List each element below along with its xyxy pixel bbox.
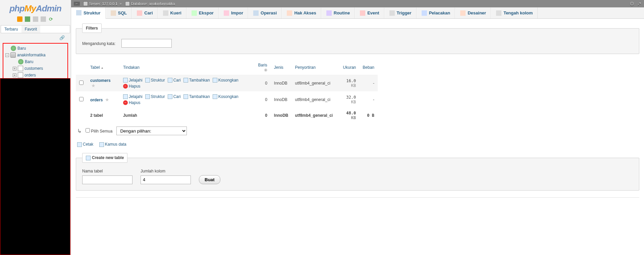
- tab-privileges[interactable]: Hak Akses: [282, 7, 321, 18]
- col-table[interactable]: Tabel: [87, 60, 120, 75]
- tab-favorite[interactable]: Favorit: [21, 26, 41, 33]
- tab-query[interactable]: Kueri: [158, 7, 186, 18]
- create-submit-button[interactable]: Buat: [199, 175, 220, 184]
- tab-sql[interactable]: SQL: [106, 7, 132, 18]
- recent-tabs: Terbaru Favorit: [1, 25, 70, 33]
- insert-link[interactable]: Tambahkan: [183, 78, 210, 83]
- cell-collation: utf8mb4_general_ci: [291, 92, 336, 108]
- browse-link[interactable]: Jelajahi: [123, 78, 143, 83]
- filters-title: Filters: [82, 23, 102, 33]
- select-all-checkbox[interactable]: [86, 128, 90, 133]
- tab-search[interactable]: Cari: [132, 7, 158, 18]
- home-icon[interactable]: [17, 16, 22, 22]
- operations-icon: [253, 10, 259, 16]
- tree-table-orders[interactable]: +orders: [4, 72, 67, 79]
- settings-gear-icon[interactable]: ⚙: [630, 1, 634, 7]
- table-name-link[interactable]: customers: [90, 78, 111, 83]
- collapse-icon[interactable]: −: [5, 53, 9, 57]
- tree-db-anakinformatika[interactable]: −anakinformatika: [4, 52, 67, 58]
- search-link[interactable]: Cari: [168, 78, 181, 83]
- page-exit-icon[interactable]: ↗: [637, 1, 641, 7]
- back-button[interactable]: ←: [74, 2, 80, 6]
- tab-export[interactable]: Ekspor: [186, 7, 219, 18]
- help-icon[interactable]: ◉: [264, 67, 267, 72]
- cell-size: 32.0 KB: [336, 92, 359, 108]
- expand-icon[interactable]: +: [13, 73, 16, 77]
- tree-new-db[interactable]: Baru: [4, 45, 67, 52]
- browse-link[interactable]: Jelajahi: [123, 94, 143, 99]
- tab-recent[interactable]: Terbaru: [1, 26, 21, 33]
- data-dictionary-link[interactable]: Kamus data: [99, 142, 126, 147]
- cell-type: InnoDB: [271, 75, 292, 92]
- tab-import[interactable]: Impor: [219, 7, 248, 18]
- print-link[interactable]: Cetak: [77, 142, 93, 147]
- tab-tracking[interactable]: Pelacakan: [417, 7, 455, 18]
- tab-operations[interactable]: Operasi: [248, 7, 282, 18]
- drop-link[interactable]: −Hapus: [123, 84, 141, 89]
- table-name-link[interactable]: orders: [90, 98, 103, 102]
- expand-icon[interactable]: +: [13, 67, 16, 70]
- nav-settings-icon[interactable]: [41, 16, 46, 22]
- browse-icon: [123, 94, 128, 99]
- containing-input[interactable]: [121, 39, 172, 48]
- dictionary-icon: [99, 142, 104, 147]
- num-columns-label: Jumlah kolom: [141, 169, 191, 173]
- structure-link[interactable]: Struktur: [145, 94, 165, 99]
- tab-events[interactable]: Event: [355, 7, 384, 18]
- bc-db[interactable]: anakinformatika: [149, 2, 175, 6]
- routines-icon: [326, 10, 332, 16]
- search-icon: [168, 78, 172, 83]
- table-row: customers ★JelajahiStrukturCariTambahkan…: [76, 75, 378, 92]
- tab-triggers[interactable]: Trigger: [384, 7, 417, 18]
- tree-db-new[interactable]: Baru: [4, 58, 67, 65]
- col-collation[interactable]: Penyortiran: [291, 60, 336, 75]
- tab-structure[interactable]: Struktur: [71, 7, 106, 19]
- table-name-input[interactable]: [82, 175, 132, 184]
- table-icon: [18, 66, 23, 71]
- tab-central-columns[interactable]: Tengah kolom: [491, 7, 538, 18]
- new-icon: [18, 59, 23, 64]
- tab-routines[interactable]: Routine: [321, 7, 355, 18]
- redacted-region: [0, 78, 70, 255]
- search-link[interactable]: Cari: [168, 94, 181, 99]
- table-sum-row: 2 tabelJumlah0InnoDButf8mb4_general_ci48…: [76, 108, 378, 123]
- favorite-star-icon[interactable]: ★: [91, 83, 96, 88]
- docs-icon[interactable]: [33, 16, 38, 22]
- col-size[interactable]: Ukuran: [336, 60, 359, 75]
- select-all-label[interactable]: Pilih Semua: [86, 128, 112, 134]
- drop-link[interactable]: −Hapus: [123, 100, 141, 105]
- row-checkbox[interactable]: [79, 81, 84, 85]
- col-rows[interactable]: Baris ◉: [251, 60, 271, 75]
- favorite-star-icon[interactable]: ★: [105, 97, 109, 102]
- sum-rows: 0: [251, 108, 271, 123]
- bc-server-label: Server:: [89, 2, 101, 6]
- browse-icon: [123, 78, 128, 83]
- cell-rows: 0: [251, 75, 271, 92]
- cell-overhead: -: [359, 92, 378, 108]
- num-columns-input[interactable]: [141, 175, 191, 184]
- table-name-label: Nama tabel: [82, 169, 132, 173]
- structure-icon: [145, 78, 150, 83]
- reload-icon[interactable]: ⟳: [48, 16, 54, 22]
- bc-server[interactable]: 127.0.0.1: [102, 2, 118, 6]
- col-overhead[interactable]: Beban: [359, 60, 378, 75]
- server-icon: [83, 1, 88, 6]
- import-icon: [224, 10, 229, 16]
- database-icon: [125, 1, 130, 6]
- tab-designer[interactable]: Desainer: [455, 7, 491, 18]
- tree-table-customers[interactable]: +customers: [4, 65, 67, 72]
- insert-link[interactable]: Tambahkan: [183, 94, 210, 99]
- empty-link[interactable]: Kosongkan: [213, 94, 238, 99]
- create-table-title: Create new table: [82, 153, 127, 163]
- query-icon: [163, 10, 168, 16]
- sum-label: 2 tabel: [87, 108, 120, 123]
- row-checkbox[interactable]: [79, 97, 84, 101]
- empty-link[interactable]: Kosongkan: [213, 78, 238, 83]
- containing-label: Mengandung kata:: [82, 41, 115, 46]
- logout-icon[interactable]: [25, 16, 30, 22]
- col-type[interactable]: Jenis: [271, 60, 292, 75]
- with-selected-dropdown[interactable]: Dengan pilihan:: [116, 126, 187, 135]
- sidebar-toolbar: ⟳: [0, 15, 71, 24]
- structure-link[interactable]: Struktur: [145, 78, 165, 83]
- link-chain-icon[interactable]: 🔗: [0, 34, 71, 42]
